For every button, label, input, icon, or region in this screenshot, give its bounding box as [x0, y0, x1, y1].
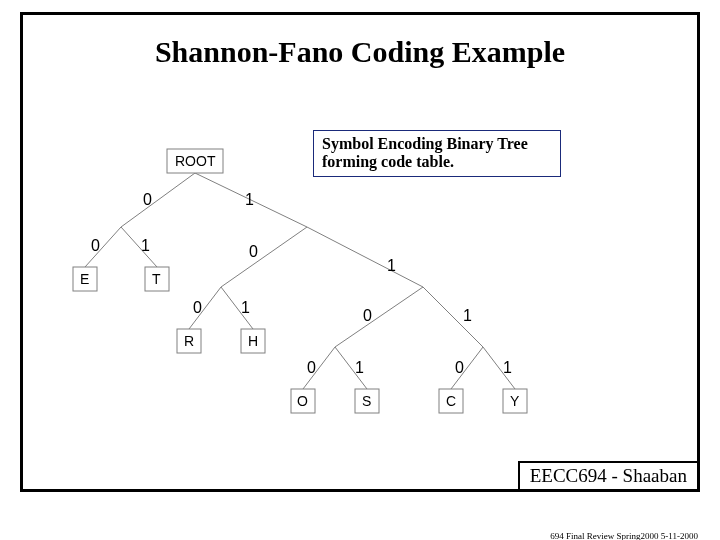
node-T: T: [152, 271, 161, 287]
edge-label: 1: [503, 359, 512, 376]
edge-label: 0: [143, 191, 152, 208]
edge-label: 0: [307, 359, 316, 376]
edge-label: 0: [193, 299, 202, 316]
footer-sub: 694 Final Review Spring2000 5-11-2000: [550, 531, 698, 540]
edge-label: 0: [455, 359, 464, 376]
node-S: S: [362, 393, 371, 409]
svg-line-9: [423, 287, 483, 347]
edge-label: 1: [355, 359, 364, 376]
node-H: H: [248, 333, 258, 349]
node-O: O: [297, 393, 308, 409]
tree-diagram: 0 1 0 1 0 1 0 1 0 1 0 1 0 1 ROOT E T R H…: [23, 55, 703, 475]
edge-label: 0: [363, 307, 372, 324]
edge-label: 0: [91, 237, 100, 254]
slide-frame: Shannon-Fano Coding Example Symbol Encod…: [20, 12, 700, 492]
svg-line-4: [221, 227, 307, 287]
edge-label: 1: [245, 191, 254, 208]
footer-course: EECC694 - Shaaban: [518, 461, 699, 491]
node-Y: Y: [510, 393, 520, 409]
edge-label: 0: [249, 243, 258, 260]
edge-label: 1: [141, 237, 150, 254]
edge-label: 1: [463, 307, 472, 324]
edge-label: 1: [387, 257, 396, 274]
node-E: E: [80, 271, 89, 287]
svg-line-8: [335, 287, 423, 347]
node-root: ROOT: [175, 153, 216, 169]
svg-line-3: [121, 227, 157, 267]
node-R: R: [184, 333, 194, 349]
svg-line-5: [307, 227, 423, 287]
svg-line-0: [121, 173, 195, 227]
node-C: C: [446, 393, 456, 409]
edge-label: 1: [241, 299, 250, 316]
